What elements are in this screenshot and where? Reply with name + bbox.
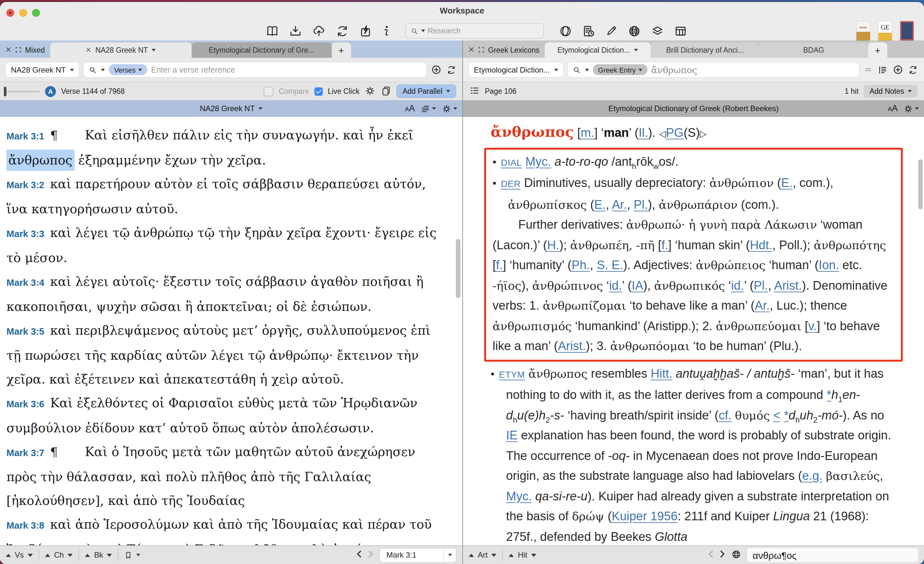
bookmark-control[interactable] (124, 550, 141, 560)
cloud-sync-icon[interactable] (312, 24, 326, 37)
right-scrollbar-thumb[interactable] (918, 159, 923, 209)
add-parallel-button[interactable]: Add Parallel (397, 85, 456, 98)
step-up-icon[interactable] (509, 554, 514, 557)
add-circle-icon[interactable] (892, 64, 903, 75)
beekes-book-cover[interactable]: Greek (856, 21, 870, 40)
verse-ref[interactable]: Mark 3:4 (6, 278, 44, 288)
verse-ref[interactable]: Mark 3:7 (6, 448, 44, 458)
compare-checkbox[interactable] (264, 87, 274, 96)
close-zone-icon[interactable] (5, 46, 12, 54)
brill-ge-book-cover[interactable]: GE (878, 21, 892, 40)
font-size-control[interactable]: AA (888, 105, 898, 113)
left-bottom-bar: Vs Ch Bk Mark 3:1 (0, 545, 462, 564)
verse-ref[interactable]: Mark 3:2 (6, 180, 44, 190)
language-globe-icon[interactable] (731, 549, 741, 561)
tab-bdag[interactable]: BDAG (759, 42, 868, 58)
window-title: Workspace (0, 6, 924, 15)
toc-icon[interactable] (470, 85, 480, 97)
tab-label: Brill Dictionary of Anci... (666, 46, 744, 54)
close-zone-icon[interactable] (468, 46, 474, 54)
verse-slider[interactable] (4, 90, 40, 92)
install-icon[interactable] (289, 24, 302, 37)
caret-down-icon[interactable] (258, 107, 262, 110)
search-type-pill[interactable]: Verses (109, 64, 147, 75)
display-settings-gear-icon[interactable] (903, 104, 919, 114)
step-down-icon[interactable] (107, 554, 112, 557)
greek-entry-input[interactable]: ανθρω¶ος (747, 548, 918, 562)
right-tabstrip: Greek Lexicons Etymological Diction... B… (463, 40, 924, 58)
entry-search-field[interactable]: Greek Entry ἄνθρωπος (568, 62, 859, 77)
step-down-icon[interactable] (28, 554, 33, 557)
search-type-pill[interactable]: Greek Entry (593, 64, 647, 75)
hit-stepper[interactable]: Hit (509, 551, 536, 560)
add-tab-button[interactable]: + (868, 42, 887, 58)
verse-ref[interactable]: Mark 3:8 (6, 520, 44, 531)
step-down-icon[interactable] (531, 554, 536, 557)
left-pane-header: NA28 Greek NT AA (0, 100, 462, 117)
verse-slider-thumb[interactable] (4, 87, 6, 96)
info-icon[interactable] (382, 24, 390, 37)
atlas-icon[interactable] (559, 24, 572, 37)
lexicon-scope-dropdown[interactable]: Etymological Diction... (469, 62, 563, 77)
tab-na28-greek-nt[interactable]: NA28 Greek NT (50, 42, 191, 58)
text-outline-icon[interactable] (878, 64, 888, 75)
history-forward-icon[interactable] (368, 550, 374, 560)
history-forward-icon[interactable] (719, 550, 725, 560)
paragraph-format-icon[interactable] (420, 104, 436, 114)
step-down-icon[interactable] (492, 554, 497, 557)
book-stepper[interactable]: Bk (85, 551, 112, 560)
history-back-icon[interactable] (356, 550, 362, 560)
timeline-icon[interactable] (582, 24, 596, 37)
bdag-book-cover[interactable] (900, 21, 914, 40)
add-tab-button[interactable]: + (332, 42, 351, 58)
add-circle-icon[interactable] (431, 64, 442, 75)
hamburger-icon[interactable] (864, 65, 873, 75)
web-globe-icon[interactable]: WWW (628, 24, 641, 37)
refresh-icon[interactable] (336, 24, 349, 37)
verse-mark-3-5: Mark 3:5καὶ περιβλεψάμενος αὐτοὺς μετ’ ὀ… (6, 319, 446, 391)
text-scope-dropdown[interactable]: NA28 Greek NT (6, 62, 80, 77)
live-click-checkbox[interactable] (314, 87, 323, 96)
chapter-stepper[interactable]: Ch (45, 551, 73, 560)
step-up-icon[interactable] (6, 554, 11, 557)
edit-pencil-icon[interactable] (605, 24, 618, 37)
export-icon[interactable] (359, 24, 372, 37)
step-up-icon[interactable] (469, 554, 474, 557)
verse-nav-dropdown[interactable] (443, 548, 456, 562)
add-notes-button[interactable]: Add Notes (864, 85, 918, 98)
recycle-icon[interactable] (446, 64, 456, 75)
research-search-input[interactable]: Research (405, 23, 544, 39)
step-up-icon[interactable] (45, 554, 50, 557)
tab-etymological-dictionary[interactable]: Etymological Dictionary of Gre... (191, 42, 332, 58)
verse-mark-3-7: Mark 3:7¶Καὶ ὁ Ἰησοῦς μετὰ τῶν μαθητῶν α… (6, 440, 446, 513)
tab-brill-dictionary[interactable]: Brill Dictionary of Anci... (651, 42, 759, 58)
verse-ref[interactable]: Mark 3:5 (6, 326, 44, 337)
verse-nav-box[interactable]: Mark 3:1 (380, 548, 456, 563)
expand-zone-icon[interactable] (15, 46, 22, 54)
display-settings-gear-icon[interactable] (442, 104, 457, 114)
step-down-icon[interactable] (68, 554, 73, 557)
verse-text: καὶ λέγει τῷ ἀνθρώπῳ τῷ τὴν ξηρὰν χεῖρα … (6, 226, 436, 265)
left-scrollbar-thumb[interactable] (456, 239, 460, 298)
hit-count-label: 1 hit (844, 87, 859, 95)
close-tab-icon[interactable] (86, 46, 92, 54)
table-icon[interactable] (674, 24, 687, 37)
pane-title: NA28 Greek NT (200, 104, 255, 113)
library-icon[interactable] (266, 24, 279, 37)
verse-ref[interactable]: Mark 3:3 (6, 229, 44, 239)
live-click-gear-icon[interactable] (364, 85, 375, 97)
tab-etymological-dictionary[interactable]: Etymological Diction... (544, 42, 651, 58)
step-up-icon[interactable] (85, 554, 90, 557)
history-back-icon[interactable] (708, 550, 713, 560)
stack-icon[interactable] (651, 24, 664, 37)
expand-zone-icon[interactable] (478, 46, 485, 54)
verse-stepper[interactable]: Vs (6, 551, 33, 560)
article-stepper[interactable]: Art (469, 551, 497, 560)
verse-ref[interactable]: Mark 3:6 (6, 399, 44, 409)
font-size-control[interactable]: AA (405, 105, 415, 113)
verse-ref[interactable]: Mark 3:1 (6, 131, 44, 141)
verse-search-field[interactable]: Verses Enter a verse reference (84, 62, 426, 77)
page-label: Page 106 (485, 87, 517, 95)
recycle-icon[interactable] (908, 64, 918, 75)
pages-icon[interactable] (381, 85, 392, 97)
